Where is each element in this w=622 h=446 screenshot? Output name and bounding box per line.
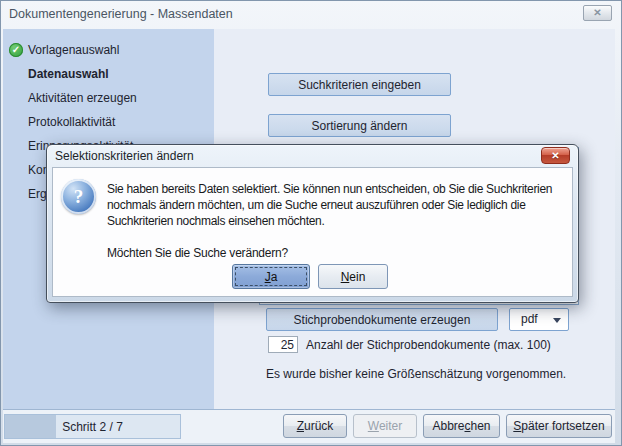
dialog-close-button[interactable]: ✕	[541, 147, 570, 164]
dialog-message-line: Sie haben bereits Daten selektiert. Sie …	[107, 181, 552, 197]
selection-criteria-dialog: Selektionskriterien ändern ✕ ? Sie haben…	[46, 144, 579, 303]
dialog-message: Sie haben bereits Daten selektiert. Sie …	[107, 181, 552, 229]
cancel-button[interactable]: Abbrechen	[423, 414, 500, 438]
progress-label: Schritt 2 / 7	[5, 415, 180, 439]
step-label: Aktivitäten erzeugen	[28, 91, 137, 105]
create-sample-documents-button[interactable]: Stichprobendokumente erzeugen	[266, 308, 498, 331]
step-label: Protokollaktivität	[28, 115, 115, 129]
dialog-titlebar: Selektionskriterien ändern ✕	[52, 145, 573, 167]
close-icon: ✕	[584, 6, 611, 20]
sidebar-item-vorlagenauswahl[interactable]: ✓ Vorlagenauswahl	[3, 38, 214, 62]
sidebar-item-aktivitaeten-erzeugen[interactable]: Aktivitäten erzeugen	[3, 86, 214, 110]
dialog-body: ? Sie haben bereits Daten selektiert. Si…	[52, 167, 573, 297]
resume-later-button[interactable]: Später fortsetzen	[506, 414, 612, 438]
dialog-message-line: nochmals ändern möchten, um die Suche er…	[107, 197, 552, 213]
window-title: Dokumentengenerierung - Massendaten	[9, 7, 233, 21]
step-label: Datenauswahl	[28, 67, 109, 81]
dialog-message-line: Suchkriterien nochmals einsehen möchten.	[107, 213, 552, 229]
close-icon: ✕	[542, 148, 569, 163]
format-select-value: pdf	[510, 312, 538, 326]
progress-bar: Schritt 2 / 7	[4, 414, 181, 439]
sidebar-item-datenauswahl[interactable]: Datenauswahl	[3, 62, 214, 86]
back-button[interactable]: Zurück	[283, 414, 347, 438]
sidebar-item-protokollaktivitaet[interactable]: Protokollaktivität	[3, 110, 214, 134]
sample-count-label: Anzahl der Stichprobendokumente (max. 10…	[306, 338, 551, 352]
titlebar: Dokumentengenerierung - Massendaten ✕	[1, 1, 621, 29]
sample-count-input[interactable]	[268, 336, 298, 353]
wizard-window: Dokumentengenerierung - Massendaten ✕ ✓ …	[0, 0, 622, 446]
size-estimate-note: Es wurde bisher keine Größenschätzung vo…	[266, 367, 566, 381]
dialog-question: Möchten Sie die Suche verändern?	[107, 246, 288, 260]
chevron-down-icon	[553, 318, 561, 323]
change-sorting-button[interactable]: Sortierung ändern	[268, 114, 451, 137]
window-close-button[interactable]: ✕	[583, 5, 612, 21]
footer-bar: Schritt 2 / 7 Zurück Weiter Abbrechen Sp…	[3, 409, 615, 443]
yes-button[interactable]: Ja	[232, 264, 310, 289]
check-icon: ✓	[9, 43, 23, 57]
next-button: Weiter	[353, 414, 417, 438]
dialog-title: Selektionskriterien ändern	[52, 149, 194, 163]
enter-search-criteria-button[interactable]: Suchkriterien eingeben	[268, 73, 451, 96]
no-button[interactable]: Nein	[318, 264, 388, 289]
format-select[interactable]: pdf	[509, 308, 569, 331]
step-label: Vorlagenauswahl	[28, 43, 119, 57]
question-icon: ?	[61, 179, 96, 214]
